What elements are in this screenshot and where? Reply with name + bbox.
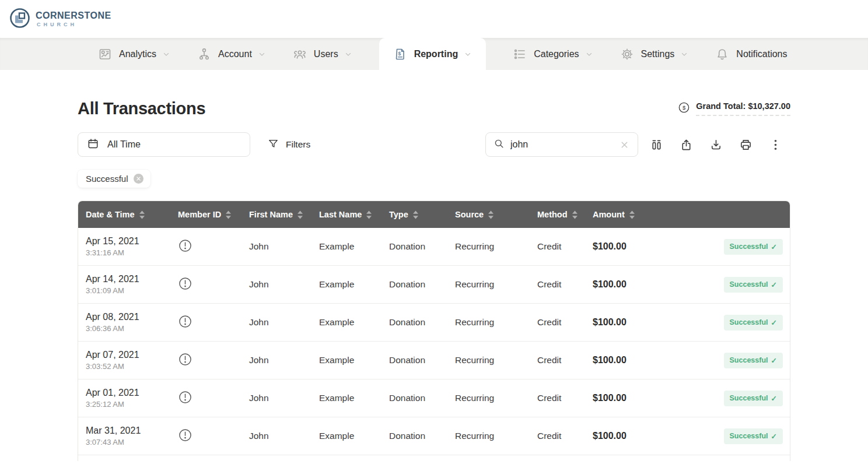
- search-input[interactable]: [510, 139, 612, 150]
- filters-label: Filters: [286, 139, 310, 150]
- cell-source: Recurring: [455, 355, 537, 365]
- analytics-chart-icon: [98, 47, 112, 61]
- table-row[interactable]: Apr 15, 2021 3:31:16 AM John Example Don…: [78, 228, 790, 266]
- cell-first-name: John: [249, 355, 319, 365]
- cell-amount: $100.00: [593, 431, 680, 441]
- cell-source: Recurring: [455, 317, 537, 328]
- sort-icon: [139, 210, 145, 219]
- cell-type: Donation: [389, 355, 455, 365]
- category-list-icon: [513, 47, 527, 61]
- sort-icon: [366, 210, 372, 219]
- cell-last-name: Example: [319, 317, 389, 328]
- col-header-member-id[interactable]: Member ID: [178, 210, 249, 219]
- filter-chip-successful[interactable]: Successful: [78, 170, 150, 188]
- member-alert-icon[interactable]: [178, 276, 192, 293]
- nav-label: Account: [218, 49, 252, 59]
- table-actions: [642, 132, 790, 157]
- member-alert-icon[interactable]: [178, 390, 192, 407]
- nav-label: Reporting: [414, 49, 459, 59]
- date-range-select[interactable]: All Time: [78, 132, 250, 157]
- nav-item-account[interactable]: Account: [197, 38, 266, 70]
- columns-icon[interactable]: [642, 132, 671, 157]
- cornerstone-logo-icon: [8, 6, 32, 32]
- table-row-partial: [78, 455, 790, 461]
- chevron-down-icon: [344, 50, 352, 58]
- nav-label: Users: [314, 49, 338, 59]
- cell-last-name: Example: [319, 279, 389, 290]
- transactions-table: Date & Time Member ID First Name Last Na…: [78, 201, 790, 461]
- kebab-menu-icon[interactable]: [761, 132, 790, 157]
- col-header-method[interactable]: Method: [537, 210, 593, 219]
- table-row[interactable]: Apr 08, 2021 3:06:36 AM John Example Don…: [78, 304, 790, 342]
- col-header-type[interactable]: Type: [389, 210, 455, 219]
- cell-method: Credit: [537, 431, 593, 441]
- chip-remove-icon[interactable]: [134, 174, 144, 184]
- cell-date: Apr 07, 2021 3:03:52 AM: [86, 350, 178, 371]
- cell-last-name: Example: [319, 431, 389, 441]
- cell-source: Recurring: [455, 393, 537, 403]
- share-icon[interactable]: [671, 132, 701, 157]
- cell-date: Apr 01, 2021 3:25:12 AM: [86, 388, 178, 409]
- brand-subname: CHURCH: [37, 22, 111, 27]
- sort-icon: [629, 210, 635, 219]
- cell-amount: $100.00: [593, 393, 680, 403]
- download-icon[interactable]: [701, 132, 731, 157]
- cell-type: Donation: [389, 431, 455, 441]
- bell-icon: [715, 47, 729, 61]
- cell-first-name: John: [249, 431, 319, 441]
- member-alert-icon[interactable]: [178, 352, 192, 369]
- cell-method: Credit: [537, 279, 593, 290]
- table-row[interactable]: Mar 31, 2021 3:07:43 AM John Example Don…: [78, 417, 790, 455]
- brand-logo[interactable]: CORNERSTONE CHURCH: [8, 6, 111, 32]
- cell-amount: $100.00: [593, 355, 680, 365]
- sort-icon: [412, 210, 419, 219]
- cell-source: Recurring: [455, 279, 537, 290]
- gear-icon: [620, 47, 634, 61]
- check-icon: ✓: [771, 356, 777, 365]
- cell-type: Donation: [389, 393, 455, 403]
- nav-item-reporting[interactable]: $ Reporting: [379, 38, 487, 70]
- primary-nav: Analytics Account Users: [0, 38, 868, 70]
- member-alert-icon[interactable]: [178, 314, 192, 331]
- chevron-down-icon: [464, 50, 472, 58]
- col-header-date[interactable]: Date & Time: [86, 210, 178, 219]
- nav-item-notifications[interactable]: Notifications: [715, 38, 787, 70]
- svg-text:$: $: [682, 104, 686, 111]
- check-icon: ✓: [771, 432, 777, 441]
- filters-button[interactable]: Filters: [268, 138, 310, 152]
- cell-amount: $100.00: [593, 279, 680, 290]
- date-range-value: All Time: [107, 139, 141, 150]
- cell-type: Donation: [389, 241, 455, 252]
- sort-icon: [572, 210, 578, 219]
- nav-label: Analytics: [119, 49, 156, 59]
- nav-label: Categories: [534, 49, 579, 59]
- col-header-source[interactable]: Source: [455, 210, 537, 219]
- search-clear-icon[interactable]: [618, 139, 630, 150]
- check-icon: ✓: [771, 394, 777, 403]
- table-row[interactable]: Apr 01, 2021 3:25:12 AM John Example Don…: [78, 379, 790, 417]
- cell-amount: $100.00: [593, 241, 680, 252]
- status-badge: Successful✓: [724, 277, 783, 293]
- nav-item-analytics[interactable]: Analytics: [98, 38, 170, 70]
- print-icon[interactable]: [731, 132, 761, 157]
- sort-icon: [225, 210, 232, 219]
- nav-item-categories[interactable]: Categories: [513, 38, 593, 70]
- cell-type: Donation: [389, 279, 455, 290]
- main-content: All Transactions $ Grand Total: $10,327.…: [0, 99, 868, 461]
- member-alert-icon[interactable]: [178, 238, 192, 255]
- cell-source: Recurring: [455, 431, 537, 441]
- member-alert-icon[interactable]: [178, 428, 192, 445]
- filter-chip-label: Successful: [86, 174, 128, 184]
- table-row[interactable]: Apr 07, 2021 3:03:52 AM John Example Don…: [78, 342, 790, 379]
- cell-last-name: Example: [319, 241, 389, 252]
- nav-item-settings[interactable]: Settings: [620, 38, 689, 70]
- cell-date: Apr 08, 2021 3:06:36 AM: [86, 312, 178, 333]
- nav-item-users[interactable]: Users: [293, 38, 352, 70]
- col-header-last-name[interactable]: Last Name: [319, 210, 389, 219]
- table-row[interactable]: Apr 14, 2021 3:01:09 AM John Example Don…: [78, 266, 790, 304]
- funnel-icon: [268, 138, 279, 152]
- col-header-first-name[interactable]: First Name: [249, 210, 319, 219]
- grand-total-value: Grand Total: $10,327.00: [696, 101, 790, 116]
- col-header-amount[interactable]: Amount: [593, 210, 680, 219]
- cell-method: Credit: [537, 241, 593, 252]
